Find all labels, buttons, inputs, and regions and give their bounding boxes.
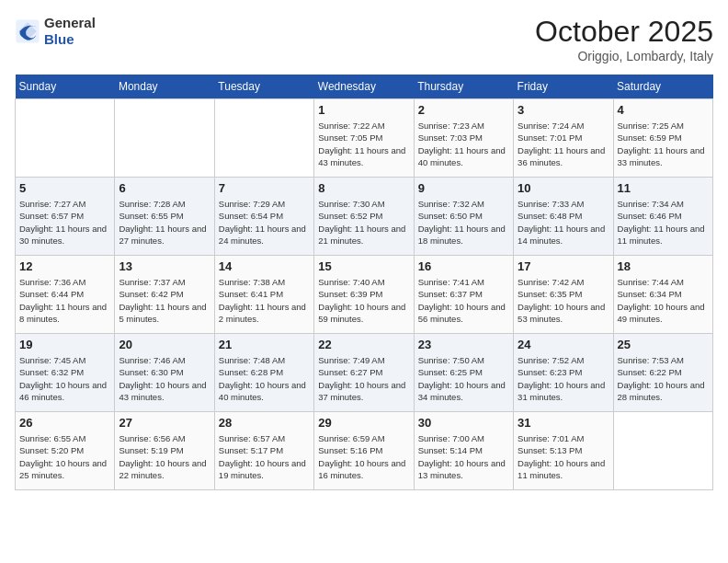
calendar-cell: 31Sunrise: 7:01 AM Sunset: 5:13 PM Dayli… xyxy=(514,412,613,490)
calendar-cell xyxy=(613,412,712,490)
day-number: 30 xyxy=(418,416,509,430)
calendar-cell: 22Sunrise: 7:49 AM Sunset: 6:27 PM Dayli… xyxy=(314,334,414,412)
day-number: 11 xyxy=(618,181,709,195)
day-info: Sunrise: 7:49 AM Sunset: 6:27 PM Dayligh… xyxy=(318,354,409,403)
calendar-week-2: 5Sunrise: 7:27 AM Sunset: 6:57 PM Daylig… xyxy=(16,178,713,256)
day-info: Sunrise: 7:40 AM Sunset: 6:39 PM Dayligh… xyxy=(318,276,409,325)
calendar-header-row: SundayMondayTuesdayWednesdayThursdayFrid… xyxy=(16,75,713,99)
day-number: 21 xyxy=(219,338,310,351)
logo-text: General Blue xyxy=(44,15,96,48)
day-info: Sunrise: 7:37 AM Sunset: 6:42 PM Dayligh… xyxy=(119,276,210,325)
day-number: 20 xyxy=(119,338,210,351)
day-info: Sunrise: 7:48 AM Sunset: 6:28 PM Dayligh… xyxy=(219,354,310,403)
calendar-cell: 1Sunrise: 7:22 AM Sunset: 7:05 PM Daylig… xyxy=(314,99,414,178)
calendar-cell: 9Sunrise: 7:32 AM Sunset: 6:50 PM Daylig… xyxy=(414,178,513,256)
day-number: 19 xyxy=(19,338,110,351)
day-info: Sunrise: 7:32 AM Sunset: 6:50 PM Dayligh… xyxy=(418,198,509,247)
day-info: Sunrise: 7:42 AM Sunset: 6:35 PM Dayligh… xyxy=(518,276,609,325)
day-number: 12 xyxy=(19,259,110,273)
day-number: 10 xyxy=(518,181,609,195)
logo: General Blue xyxy=(15,15,96,48)
day-number: 13 xyxy=(119,259,210,273)
calendar-cell: 30Sunrise: 7:00 AM Sunset: 5:14 PM Dayli… xyxy=(414,412,513,490)
calendar-cell xyxy=(115,99,214,178)
day-info: Sunrise: 6:55 AM Sunset: 5:20 PM Dayligh… xyxy=(19,432,110,481)
day-header-friday: Friday xyxy=(514,75,613,99)
logo-blue: Blue xyxy=(44,31,74,47)
calendar-cell: 16Sunrise: 7:41 AM Sunset: 6:37 PM Dayli… xyxy=(414,256,513,334)
day-info: Sunrise: 7:25 AM Sunset: 6:59 PM Dayligh… xyxy=(618,120,709,168)
day-number: 7 xyxy=(219,181,310,195)
calendar-cell: 26Sunrise: 6:55 AM Sunset: 5:20 PM Dayli… xyxy=(16,412,115,490)
day-header-wednesday: Wednesday xyxy=(314,75,414,99)
day-header-tuesday: Tuesday xyxy=(214,75,313,99)
day-number: 28 xyxy=(219,416,310,430)
day-number: 3 xyxy=(518,103,609,117)
calendar-cell: 27Sunrise: 6:56 AM Sunset: 5:19 PM Dayli… xyxy=(115,412,214,490)
day-number: 31 xyxy=(518,416,609,430)
day-number: 8 xyxy=(318,181,409,195)
day-header-saturday: Saturday xyxy=(613,75,712,99)
calendar-week-5: 26Sunrise: 6:55 AM Sunset: 5:20 PM Dayli… xyxy=(16,412,713,490)
day-number: 27 xyxy=(119,416,210,430)
day-header-sunday: Sunday xyxy=(16,75,115,99)
day-info: Sunrise: 7:23 AM Sunset: 7:03 PM Dayligh… xyxy=(418,120,509,168)
day-info: Sunrise: 7:41 AM Sunset: 6:37 PM Dayligh… xyxy=(418,276,509,325)
day-header-monday: Monday xyxy=(115,75,214,99)
calendar-week-4: 19Sunrise: 7:45 AM Sunset: 6:32 PM Dayli… xyxy=(16,334,713,412)
day-info: Sunrise: 6:56 AM Sunset: 5:19 PM Dayligh… xyxy=(119,432,210,481)
calendar-cell: 12Sunrise: 7:36 AM Sunset: 6:44 PM Dayli… xyxy=(16,256,115,334)
calendar-cell: 3Sunrise: 7:24 AM Sunset: 7:01 PM Daylig… xyxy=(514,99,613,178)
day-info: Sunrise: 7:24 AM Sunset: 7:01 PM Dayligh… xyxy=(518,120,609,168)
calendar-week-3: 12Sunrise: 7:36 AM Sunset: 6:44 PM Dayli… xyxy=(16,256,713,334)
day-number: 4 xyxy=(618,103,709,117)
day-info: Sunrise: 7:22 AM Sunset: 7:05 PM Dayligh… xyxy=(318,120,409,168)
calendar-cell: 14Sunrise: 7:38 AM Sunset: 6:41 PM Dayli… xyxy=(214,256,313,334)
title-block: October 2025 Origgio, Lombardy, Italy xyxy=(535,15,713,63)
day-number: 29 xyxy=(318,416,409,430)
logo-general: General xyxy=(44,15,96,30)
day-number: 5 xyxy=(19,181,110,195)
calendar-week-1: 1Sunrise: 7:22 AM Sunset: 7:05 PM Daylig… xyxy=(16,99,713,178)
calendar-cell: 17Sunrise: 7:42 AM Sunset: 6:35 PM Dayli… xyxy=(514,256,613,334)
calendar-cell: 29Sunrise: 6:59 AM Sunset: 5:16 PM Dayli… xyxy=(314,412,414,490)
calendar-cell: 8Sunrise: 7:30 AM Sunset: 6:52 PM Daylig… xyxy=(314,178,414,256)
calendar-cell: 4Sunrise: 7:25 AM Sunset: 6:59 PM Daylig… xyxy=(613,99,712,178)
day-number: 1 xyxy=(318,103,409,117)
day-number: 2 xyxy=(418,103,509,117)
calendar-cell: 25Sunrise: 7:53 AM Sunset: 6:22 PM Dayli… xyxy=(613,334,712,412)
calendar-cell: 10Sunrise: 7:33 AM Sunset: 6:48 PM Dayli… xyxy=(514,178,613,256)
day-header-thursday: Thursday xyxy=(414,75,513,99)
day-number: 16 xyxy=(418,259,509,273)
day-info: Sunrise: 7:33 AM Sunset: 6:48 PM Dayligh… xyxy=(518,198,609,247)
calendar-cell: 13Sunrise: 7:37 AM Sunset: 6:42 PM Dayli… xyxy=(115,256,214,334)
month-title: October 2025 xyxy=(535,15,713,49)
day-info: Sunrise: 7:01 AM Sunset: 5:13 PM Dayligh… xyxy=(518,432,609,481)
calendar-cell: 15Sunrise: 7:40 AM Sunset: 6:39 PM Dayli… xyxy=(314,256,414,334)
location-title: Origgio, Lombardy, Italy xyxy=(535,49,713,63)
day-info: Sunrise: 7:28 AM Sunset: 6:55 PM Dayligh… xyxy=(119,198,210,247)
day-info: Sunrise: 6:57 AM Sunset: 5:17 PM Dayligh… xyxy=(219,432,310,481)
day-number: 24 xyxy=(518,338,609,351)
calendar-cell xyxy=(214,99,313,178)
day-info: Sunrise: 7:00 AM Sunset: 5:14 PM Dayligh… xyxy=(418,432,509,481)
day-number: 9 xyxy=(418,181,509,195)
logo-icon xyxy=(15,18,40,44)
day-number: 14 xyxy=(219,259,310,273)
day-number: 18 xyxy=(618,259,709,273)
calendar-cell xyxy=(16,99,115,178)
day-info: Sunrise: 7:52 AM Sunset: 6:23 PM Dayligh… xyxy=(518,354,609,403)
calendar-table: SundayMondayTuesdayWednesdayThursdayFrid… xyxy=(15,75,713,490)
day-number: 22 xyxy=(318,338,409,351)
calendar-cell: 21Sunrise: 7:48 AM Sunset: 6:28 PM Dayli… xyxy=(214,334,313,412)
calendar-cell: 7Sunrise: 7:29 AM Sunset: 6:54 PM Daylig… xyxy=(214,178,313,256)
day-number: 17 xyxy=(518,259,609,273)
day-info: Sunrise: 7:36 AM Sunset: 6:44 PM Dayligh… xyxy=(19,276,110,325)
calendar-cell: 6Sunrise: 7:28 AM Sunset: 6:55 PM Daylig… xyxy=(115,178,214,256)
day-info: Sunrise: 7:44 AM Sunset: 6:34 PM Dayligh… xyxy=(618,276,709,325)
calendar-cell: 28Sunrise: 6:57 AM Sunset: 5:17 PM Dayli… xyxy=(214,412,313,490)
day-info: Sunrise: 7:53 AM Sunset: 6:22 PM Dayligh… xyxy=(618,354,709,403)
calendar-cell: 19Sunrise: 7:45 AM Sunset: 6:32 PM Dayli… xyxy=(16,334,115,412)
page-header: General Blue October 2025 Origgio, Lomba… xyxy=(15,15,713,63)
calendar-cell: 11Sunrise: 7:34 AM Sunset: 6:46 PM Dayli… xyxy=(613,178,712,256)
